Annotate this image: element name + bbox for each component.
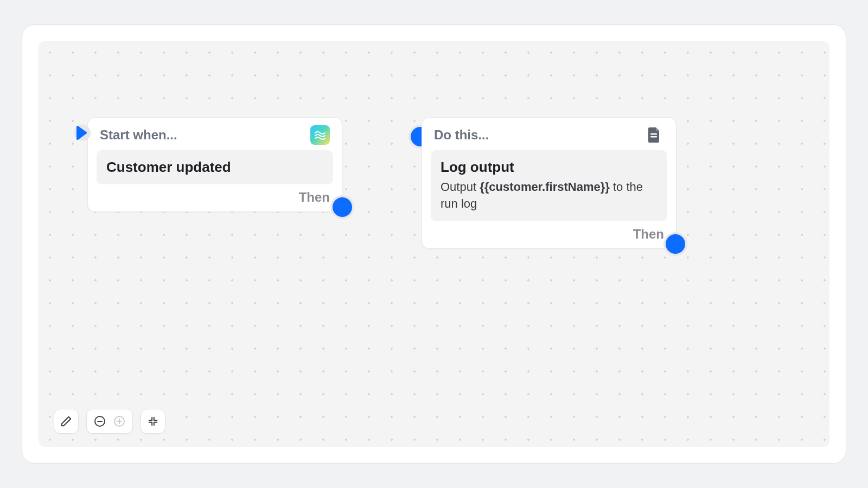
edit-button[interactable] <box>54 409 79 434</box>
workflow-canvas[interactable]: Start when... Customer updated Then <box>39 41 829 447</box>
collapse-icon <box>147 415 159 427</box>
trigger-head: Start when... <box>97 125 333 150</box>
trigger-foot: Then <box>97 184 333 205</box>
minus-circle-icon <box>93 415 106 428</box>
action-description: Output {{customer.firstName}} to the run… <box>441 179 658 213</box>
trigger-output-port[interactable] <box>333 197 352 217</box>
trigger-head-label: Start when... <box>100 127 177 143</box>
svg-rect-1 <box>650 136 657 137</box>
trigger-body: Customer updated <box>97 150 333 184</box>
trigger-then-label: Then <box>299 190 330 205</box>
action-title: Log output <box>441 159 658 176</box>
action-head: Do this... <box>431 125 667 150</box>
svg-rect-0 <box>650 133 657 134</box>
fit-view-button[interactable] <box>141 409 165 434</box>
action-foot: Then <box>431 221 667 242</box>
zoom-out-button[interactable] <box>90 412 110 431</box>
action-then-label: Then <box>633 227 664 242</box>
trigger-title: Customer updated <box>106 159 323 176</box>
action-desc-prefix: Output <box>441 180 480 194</box>
pencil-icon <box>60 415 72 427</box>
flow-app-icon <box>310 125 330 145</box>
zoom-group <box>86 409 133 434</box>
action-desc-variable: {{customer.firstName}} <box>480 180 610 194</box>
action-head-label: Do this... <box>434 127 489 143</box>
connector-wire <box>39 41 201 123</box>
action-body: Log output Output {{customer.firstName}}… <box>431 150 667 221</box>
workflow-viewport: Start when... Customer updated Then <box>22 24 846 464</box>
plus-circle-icon <box>113 415 126 428</box>
action-output-port[interactable] <box>666 234 685 254</box>
action-node[interactable]: Do this... Log output Output {{customer.… <box>422 117 676 249</box>
document-icon <box>644 125 664 145</box>
canvas-toolbar <box>54 409 165 434</box>
zoom-in-button[interactable] <box>110 412 129 431</box>
trigger-node[interactable]: Start when... Customer updated Then <box>87 117 342 212</box>
trigger-start-port <box>76 125 88 143</box>
